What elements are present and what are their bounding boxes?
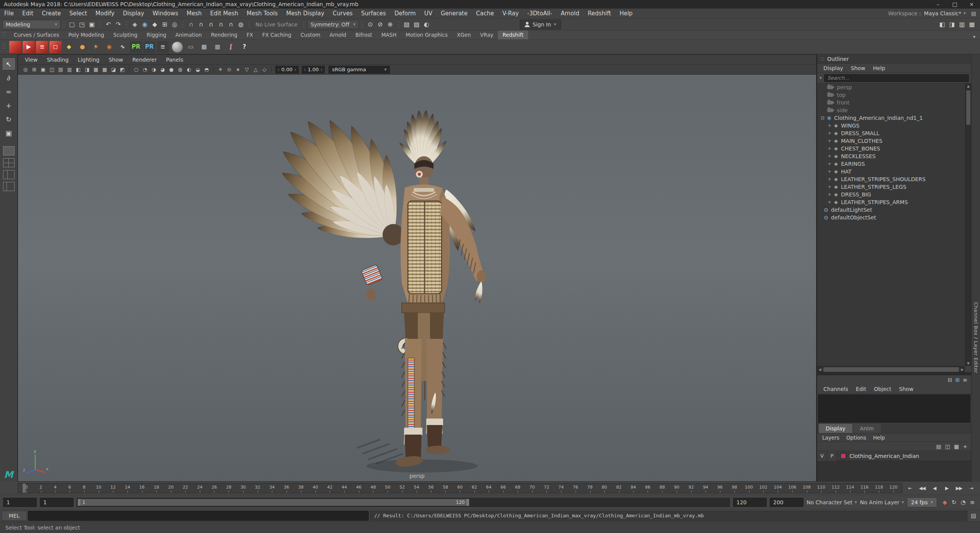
redshift-sun-sky-icon[interactable]: ☀ [90,41,102,53]
go-to-start-button[interactable]: ⇤ [904,483,916,493]
menu-item[interactable]: Mesh [182,8,206,18]
current-frame-marker[interactable] [23,484,26,493]
redshift-proxy-export-icon[interactable]: PR [130,41,142,53]
layer-visibility-toggle[interactable]: V [817,451,827,461]
save-scene-icon[interactable]: ▣ [87,20,97,29]
channel-box-menu-item[interactable]: Show [895,386,918,392]
increment-icon[interactable]: › [294,67,296,72]
menu-item[interactable]: Mesh Display [282,8,329,18]
motion-blur-icon[interactable]: ▽ [242,65,251,74]
menu-item[interactable]: V-Ray [498,8,523,18]
outliner-item-node[interactable]: + ◈ MAIN_CLOTHES [817,137,965,145]
layer-editor-tab[interactable]: Display [819,424,852,433]
symmetry-selector[interactable]: Symmetry: Off ▾ [307,20,359,29]
tool-settings-toggle-icon[interactable]: ▥ [957,20,967,29]
snap-to-view-plane-icon[interactable]: ∩ [226,20,236,29]
shelf-tab[interactable]: Rigging [142,31,171,39]
shelf-tab[interactable]: Rendering [206,31,242,39]
colorspace-selector[interactable]: sRGB gamma ▾ [329,66,390,74]
render-settings-icon[interactable]: ◐ [422,20,432,29]
channel-manipulator-icon[interactable]: ⊟ [948,377,952,383]
ipr-render-icon[interactable]: ▨ [412,20,422,29]
outliner-horizontal-scrollbar[interactable]: ◀ ▶ [817,366,965,372]
outliner-item-camera[interactable]: persp [817,83,965,91]
expand-icon[interactable]: + [826,152,833,160]
collapse-icon[interactable]: ⊟ [820,114,826,122]
channel-box-menu-item[interactable]: Channels [820,386,852,392]
exposure-field[interactable]: ‹ 0.00 › [275,66,299,74]
select-object-icon[interactable]: ◉ [140,20,150,29]
outliner-item-node[interactable]: + ◈ EARINGS [817,160,965,168]
layout-split-pane-button[interactable] [3,170,15,179]
animation-preferences-icon[interactable]: ≡ [968,499,977,506]
panel-grip[interactable] [820,56,824,62]
menu-item[interactable]: Cache [472,8,498,18]
close-button[interactable]: × [963,0,980,8]
snap-to-grid-icon[interactable]: ∩ [186,20,196,29]
section-divider[interactable] [361,20,363,29]
minimize-button[interactable]: – [929,0,946,8]
menu-item[interactable]: Create [38,8,65,18]
channel-hyperbolic-icon[interactable]: ≡ [963,377,967,383]
outliner-item-camera[interactable]: front [817,99,965,106]
outliner-item-node[interactable]: + ◈ LEATHER_STRIPES_LEGS [817,183,965,191]
lasso-tool[interactable]: ∂ [2,71,16,84]
new-layer-from-selected-icon[interactable]: ▦ [954,443,959,450]
expand-icon[interactable]: + [826,183,833,191]
make-live-icon[interactable]: ◍ [236,20,246,29]
scale-tool[interactable]: ▣ [2,126,16,139]
menu-item[interactable]: -3DtoAll- [523,8,557,18]
step-forward-frame-button[interactable]: ▶▶ [953,483,965,493]
playback-end-field[interactable]: 120 [733,498,767,507]
playback-speed-icon[interactable]: ◔ [959,499,968,506]
modeling-toolkit-toggle-icon[interactable]: ◧ [937,20,947,29]
outliner-item-camera[interactable]: top [817,91,965,99]
outliner-menu-item[interactable]: Show [847,65,869,71]
outliner-menu-item[interactable]: Display [820,65,847,71]
redshift-render-view-icon[interactable]: ◻ [49,41,62,53]
outliner-item-node[interactable]: + ◈ CHEST_BONES [817,145,965,152]
menu-item[interactable]: Edit Mesh [206,8,242,18]
section-divider[interactable] [303,20,305,29]
expand-icon[interactable]: + [826,175,833,183]
viewport-menu-item[interactable]: Show [104,57,128,63]
selection-highlight-icon[interactable]: ◎ [170,20,180,29]
outliner-tree[interactable]: persp top front [817,83,965,366]
depth-peeling-icon[interactable]: ◇ [260,65,269,74]
fps-selector[interactable]: 24 fps ▾ [907,497,937,507]
menu-item[interactable]: Display [119,8,148,18]
menu-item[interactable]: Help [615,8,637,18]
outliner-item-root-group[interactable]: ⊟ ∗ Clothing_American_Indian_nd1_1 [817,114,965,122]
redshift-curve-icon[interactable]: ∿ [116,41,129,53]
redshift-ipr-icon[interactable]: ▶ [23,41,35,53]
redshift-physical-light-icon[interactable]: ◉ [103,41,115,53]
outliner-item-node[interactable]: + ◈ WINGS [817,122,965,129]
channel-box-menu-item[interactable]: Object [870,386,895,392]
snap-to-point-icon[interactable]: ∩ [206,20,216,29]
points-mode-icon[interactable]: ◔ [141,65,149,74]
decrement-icon[interactable]: ‹ [304,67,306,72]
snap-to-projected-center-icon[interactable]: ∩ [216,20,226,29]
workspace-selector[interactable]: Maya Classic* ▾ [924,10,966,16]
section-divider[interactable] [99,20,101,29]
camera-attributes-icon[interactable]: ▣ [39,65,47,74]
layout-outliner-persp-button[interactable] [3,182,15,191]
expand-icon[interactable]: + [826,168,833,175]
shelf-tab[interactable]: FX Caching [258,31,296,39]
textured-mode-icon[interactable]: ● [167,65,176,74]
select-hierarchy-icon[interactable]: ◈ [130,20,140,29]
step-back-frame-button[interactable]: ◀◀ [916,483,928,493]
layer-options-icon[interactable]: ▤ [936,443,941,450]
snap-to-curve-icon[interactable]: ∩ [196,20,206,29]
new-scene-icon[interactable]: ▢ [67,20,77,29]
outliner-item-set[interactable]: ⊙ defaultLightSet [817,206,965,214]
undo-icon[interactable]: ↶ [103,20,113,29]
select-mask-icon[interactable]: ⊞ [160,20,170,29]
redshift-area-light-icon[interactable]: ▭ [185,41,197,53]
shelf-tab[interactable]: Curves / Surfaces [9,31,64,39]
shelf-tab[interactable]: Bifrost [351,31,377,39]
anim-layer-selector[interactable]: No Anim Layer ▾ [860,499,904,505]
panel-splitter[interactable] [817,372,971,375]
gamma-field[interactable]: ‹ 1.00 › [302,66,325,74]
channel-box-menu-item[interactable]: Edit [852,386,870,392]
